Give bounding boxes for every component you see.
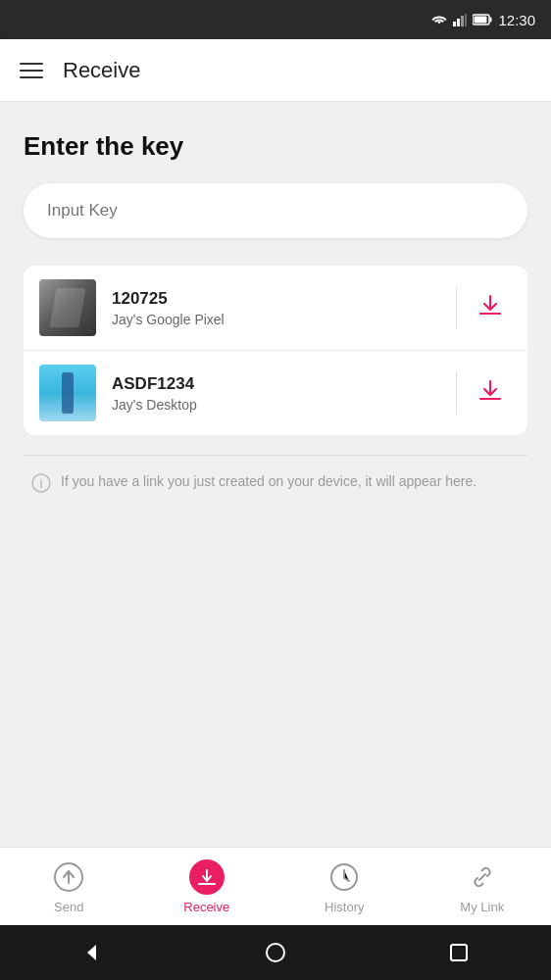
nav-item-mylink[interactable]: My Link — [414, 859, 552, 914]
home-button[interactable] — [256, 933, 295, 972]
info-text: If you have a link you just created on y… — [61, 471, 476, 492]
section-title: Enter the key — [24, 131, 527, 162]
mylink-icon — [465, 859, 500, 895]
recents-button[interactable] — [439, 933, 478, 972]
download-button-1[interactable] — [469, 284, 512, 331]
receive-icon — [189, 859, 225, 895]
device-name-2: Jay's Desktop — [112, 397, 444, 413]
info-icon: i — [31, 473, 51, 498]
svg-marker-11 — [87, 945, 96, 960]
info-section: i If you have a link you just created on… — [24, 455, 527, 514]
device-list: 120725 Jay's Google Pixel — [24, 266, 527, 435]
svg-rect-2 — [461, 16, 464, 26]
download-button-2[interactable] — [469, 369, 512, 416]
main-content: Enter the key 120725 Jay's Google Pixel — [0, 102, 551, 808]
nav-label-history: History — [325, 900, 364, 914]
device-thumbnail-2 — [39, 365, 96, 421]
top-bar: Receive — [0, 39, 551, 102]
svg-rect-1 — [457, 19, 460, 26]
key-input-container[interactable] — [24, 183, 527, 238]
device-code-1: 120725 — [112, 289, 444, 309]
page-title: Receive — [63, 58, 140, 83]
svg-rect-3 — [465, 14, 467, 26]
divider-1 — [456, 286, 457, 329]
device-item: 120725 Jay's Google Pixel — [24, 266, 527, 351]
bottom-nav: Send Receive History — [0, 847, 551, 925]
download-icon-2 — [476, 377, 504, 409]
svg-text:i: i — [39, 477, 42, 491]
nav-item-receive[interactable]: Receive — [138, 859, 276, 914]
device-name-1: Jay's Google Pixel — [112, 312, 444, 327]
key-input[interactable] — [47, 201, 504, 220]
send-icon — [51, 859, 86, 895]
system-nav-bar — [0, 925, 551, 980]
nav-label-send: Send — [54, 900, 83, 914]
hamburger-menu[interactable] — [20, 63, 43, 78]
device-item: ASDF1234 Jay's Desktop — [24, 351, 527, 435]
wifi-icon — [431, 14, 447, 26]
back-button[interactable] — [73, 933, 112, 972]
status-icons: 12:30 — [431, 12, 535, 28]
svg-point-12 — [267, 944, 284, 961]
download-icon-1 — [476, 292, 504, 323]
svg-rect-6 — [475, 17, 487, 24]
nav-label-receive: Receive — [183, 900, 229, 914]
nav-label-mylink: My Link — [460, 900, 504, 914]
history-icon — [326, 859, 362, 895]
status-time: 12:30 — [498, 12, 535, 28]
nav-item-send[interactable]: Send — [0, 859, 138, 914]
status-bar: 12:30 — [0, 0, 551, 39]
divider-2 — [456, 371, 457, 415]
signal-icon — [453, 14, 467, 26]
svg-rect-13 — [451, 945, 467, 960]
svg-rect-0 — [453, 22, 456, 26]
device-thumbnail-1 — [39, 279, 96, 336]
battery-icon — [473, 14, 492, 25]
device-code-2: ASDF1234 — [112, 374, 444, 394]
svg-rect-5 — [490, 18, 492, 23]
device-info-1: 120725 Jay's Google Pixel — [112, 289, 444, 327]
device-info-2: ASDF1234 Jay's Desktop — [112, 374, 444, 413]
nav-item-history[interactable]: History — [276, 859, 414, 914]
